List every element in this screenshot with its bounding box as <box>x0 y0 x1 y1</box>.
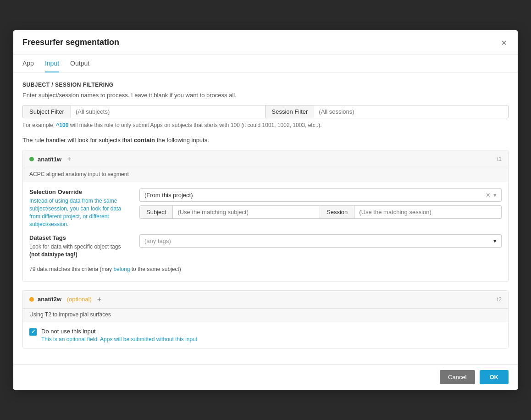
section-desc: Enter subject/session names to process. … <box>22 92 509 99</box>
t2-do-not-use-row: Do not use this input This is an optiona… <box>23 322 508 348</box>
t2-dnu-label: Do not use this input <box>41 328 197 335</box>
t1-tags-select[interactable]: (any tags) ▾ <box>139 234 502 248</box>
modal-body: SUBJECT / SESSION FILTERING Enter subjec… <box>13 72 518 364</box>
t1-override-label-col: Selection Override Instead of using data… <box>29 188 130 228</box>
t1-project-select[interactable]: (From this project) ✕ ▾ <box>139 188 502 202</box>
t1-subject-input[interactable] <box>173 206 320 218</box>
t1-card-body: Selection Override Instead of using data… <box>23 182 508 282</box>
modal-tabs: App Input Output <box>13 55 518 72</box>
t1-dataset-row: Dataset Tags Look for data with specific… <box>29 234 502 259</box>
t1-matches-link: belong <box>113 266 130 272</box>
t1-session-input[interactable] <box>354 206 501 218</box>
t1-subject-button[interactable]: Subject <box>140 206 173 218</box>
t2-input-name: anat/t2w <box>38 296 61 303</box>
modal-overlay: Freesurfer segmentation × App Input Outp… <box>0 0 531 420</box>
filter-hint-pre: For example, <box>22 122 56 128</box>
tab-app[interactable]: App <box>22 55 34 72</box>
t1-session-button[interactable]: Session <box>320 206 354 218</box>
t2-dnu-desc: This is an optional field. Apps will be … <box>41 336 197 343</box>
rule-text: The rule handler will look for subjects … <box>22 137 509 144</box>
t1-dataset-desc-bold: (not datatype tag!) <box>29 251 77 258</box>
t1-input-name: anat/t1w <box>38 156 61 163</box>
input-card-t1: anat/t1w + t1 ACPC aligned anatomy input… <box>22 150 509 282</box>
input-card-t2-header-left: anat/t2w (optional) + <box>29 295 103 304</box>
t2-add-button[interactable]: + <box>95 295 103 304</box>
t2-do-not-use-checkbox[interactable] <box>29 328 37 336</box>
tab-output[interactable]: Output <box>70 55 89 72</box>
t1-status-dot <box>29 157 34 161</box>
t1-override-desc: Instead of using data from the same subj… <box>29 197 130 228</box>
session-filter-input[interactable] <box>314 105 508 118</box>
t2-tag: t2 <box>497 296 502 303</box>
t1-subject-session-row: Subject Session <box>139 205 502 219</box>
cancel-button[interactable]: Cancel <box>440 370 475 384</box>
rule-text-pre: The rule handler will look for subjects … <box>22 137 134 144</box>
t1-matches-label: 79 data matches this criteria (may <box>29 266 113 272</box>
t1-dataset-desc-normal: Look for data with specific object tags <box>29 243 121 250</box>
modal-footer: Cancel OK <box>13 364 518 390</box>
input-card-t2: anat/t2w (optional) + t2 Using T2 to imp… <box>22 290 509 348</box>
t1-tag: t1 <box>497 156 502 162</box>
rule-text-bold: contain <box>134 137 155 144</box>
clear-icon: ✕ <box>486 192 491 199</box>
input-card-t2-header: anat/t2w (optional) + t2 <box>23 291 508 309</box>
rule-text-post: the following inputs. <box>155 137 209 144</box>
t2-optional-label: (optional) <box>65 296 92 303</box>
modal-header: Freesurfer segmentation × <box>13 30 518 55</box>
t1-input-desc: ACPC aligned anatomy input to segment <box>23 168 508 182</box>
t2-input-desc: Using T2 to improve pial surfaces <box>23 309 508 322</box>
chevron-down-icon: ▾ <box>493 192 497 199</box>
filter-hint-code: ^100 <box>56 122 68 128</box>
filter-hint: For example, ^100 will make this rule to… <box>22 122 509 128</box>
t1-dataset-control: (any tags) ▾ <box>139 234 502 248</box>
close-button[interactable]: × <box>499 38 509 47</box>
t2-status-dot <box>29 297 34 302</box>
modal-title: Freesurfer segmentation <box>22 38 119 47</box>
t1-select-icons: ✕ ▾ <box>486 192 497 199</box>
t1-override-row: Selection Override Instead of using data… <box>29 188 502 228</box>
ok-button[interactable]: OK <box>480 370 509 384</box>
subject-filter-button[interactable]: Subject Filter <box>23 105 71 118</box>
modal: Freesurfer segmentation × App Input Outp… <box>13 30 518 390</box>
t1-tags-chevron: ▾ <box>493 238 497 244</box>
tab-input[interactable]: Input <box>45 55 59 72</box>
t2-dnu-text: Do not use this input This is an optiona… <box>41 328 197 343</box>
filter-hint-post: will make this rule to only submit Apps … <box>68 122 321 128</box>
t1-dataset-desc: Look for data with specific object tags … <box>29 243 130 259</box>
t1-override-control: (From this project) ✕ ▾ Subject Se <box>139 188 502 219</box>
t1-add-button[interactable]: + <box>65 155 73 163</box>
t1-project-value: (From this project) <box>144 192 486 199</box>
t1-override-label: Selection Override <box>29 188 130 195</box>
session-filter-button[interactable]: Session Filter <box>265 105 315 118</box>
section-title: SUBJECT / SESSION FILTERING <box>22 82 509 88</box>
input-card-t1-header: anat/t1w + t1 <box>23 150 508 168</box>
t1-dataset-label: Dataset Tags <box>29 234 130 241</box>
filter-row: Subject Filter Session Filter <box>22 105 509 118</box>
t1-tags-placeholder: (any tags) <box>144 238 493 244</box>
t1-matches-label2: to the same subject) <box>130 266 181 272</box>
subject-filter-input[interactable] <box>71 105 265 118</box>
input-card-t1-header-left: anat/t1w + <box>29 155 73 163</box>
t1-matches-text: 79 data matches this criteria (may belon… <box>29 263 502 275</box>
t1-dataset-label-col: Dataset Tags Look for data with specific… <box>29 234 130 259</box>
